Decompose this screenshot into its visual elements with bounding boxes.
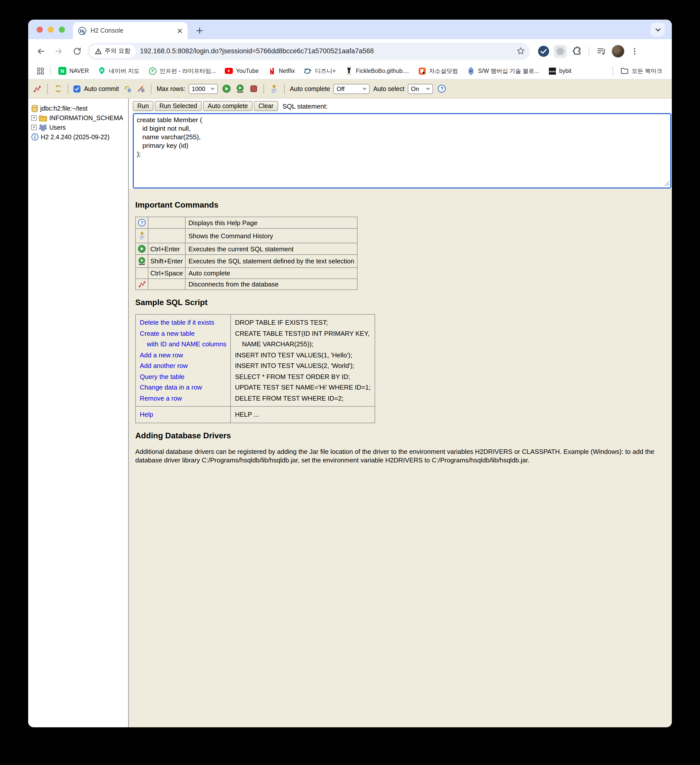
bookmark-disney-plus[interactable]: 디즈니+: [301, 65, 339, 76]
disney-plus-icon: [304, 67, 312, 75]
tab-h2-console[interactable]: H2 H2 Console: [73, 22, 188, 39]
max-rows-label: Max rows:: [157, 85, 185, 92]
apps-grid-icon[interactable]: [34, 65, 46, 77]
tree-item-label: INFORMATION_SCHEMA: [49, 114, 123, 121]
command-key: Shift+Enter: [148, 255, 185, 268]
tree-item-database[interactable]: jdbc:h2:file:~/test: [31, 104, 126, 113]
script-sql: DELETE FROM TEST WHERE ID=2;: [235, 393, 370, 404]
run-selected-button[interactable]: Run Selected: [155, 101, 202, 111]
bookmark-inflearn[interactable]: 인프런 - 라이프타임...: [145, 65, 219, 76]
run-selected-icon[interactable]: [235, 84, 245, 94]
tree-item-information-schema[interactable]: + INFORMATION_SCHEMA: [31, 113, 126, 123]
max-rows-select[interactable]: 1000: [189, 84, 218, 94]
profile-avatar[interactable]: [612, 44, 624, 58]
script-link[interactable]: Create a new table: [140, 328, 226, 339]
history-icon: [136, 228, 148, 243]
folder-icon: [39, 114, 47, 121]
help-icon: ?: [136, 217, 148, 228]
history-icon[interactable]: [269, 84, 279, 94]
auto-select-select[interactable]: On: [408, 84, 433, 94]
refresh-icon[interactable]: [53, 84, 63, 94]
bookmark-jasoseol[interactable]: 자소설닷컴: [415, 65, 461, 76]
sample-sql-script-table: Delete the table if it exists Create a n…: [135, 314, 375, 423]
script-sql: HELP ...: [235, 409, 370, 420]
run-selected-icon: [136, 255, 148, 268]
run-icon[interactable]: [222, 84, 232, 94]
rollback-icon[interactable]: [136, 84, 146, 94]
query-toolbar: Run Run Selected Auto complete Clear SQL…: [133, 101, 672, 112]
toolbar-separator: [68, 84, 68, 94]
max-rows-value: 1000: [192, 85, 205, 92]
script-sql: CREATE TABLE TEST(ID INT PRIMARY KEY,: [235, 328, 370, 339]
bookmark-naver[interactable]: N NAVER: [55, 65, 93, 76]
extensions-puzzle-icon[interactable]: [570, 44, 583, 58]
drivers-paragraph: Additional database drivers can be regis…: [135, 447, 665, 464]
script-link[interactable]: with ID and NAME columns: [147, 339, 226, 349]
auto-complete-select[interactable]: Off: [334, 84, 370, 94]
cancel-icon[interactable]: [249, 84, 259, 94]
bybit-icon: BYBIT: [548, 67, 556, 75]
address-bar[interactable]: 주의 요함 192.168.0.5:8082/login.do?jsession…: [87, 42, 530, 60]
table-row: Delete the table if it exists Create a n…: [136, 315, 375, 406]
help-link[interactable]: Help: [140, 409, 226, 420]
script-help-link-cell: Help: [136, 406, 230, 423]
auto-commit-checkbox[interactable]: [73, 85, 80, 92]
auto-complete-button[interactable]: Auto complete: [203, 101, 252, 111]
bookmark-star-icon[interactable]: [516, 47, 525, 55]
svg-text:BYBIT: BYBIT: [549, 70, 556, 72]
security-chip-label: 주의 요함: [105, 47, 131, 55]
forward-button[interactable]: [51, 44, 66, 58]
script-link[interactable]: Delete the table if it exists: [140, 317, 226, 328]
tree-item-h2-version[interactable]: H2 2.4.240 (2025-09-22): [31, 132, 126, 142]
help-icon[interactable]: ?: [437, 84, 446, 94]
h2-toolbar: Auto commit Max rows: 1000: [28, 79, 672, 99]
checkmark-extension-icon[interactable]: [537, 44, 550, 58]
browser-navbar: 주의 요함 192.168.0.5:8082/login.do?jsession…: [28, 39, 672, 63]
kebab-menu-icon[interactable]: [628, 44, 641, 58]
clear-button[interactable]: Clear: [254, 101, 278, 111]
disconnect-icon[interactable]: [32, 84, 42, 94]
toolbar-separator: [284, 84, 285, 94]
expand-plus-icon[interactable]: +: [31, 115, 37, 121]
svg-text:?: ?: [440, 86, 443, 91]
sql-statement-textarea[interactable]: create table Member ( id bigint not null…: [133, 113, 671, 189]
table-row: Ctrl+Space Auto complete: [136, 268, 358, 279]
script-link[interactable]: Remove a row: [140, 393, 226, 404]
script-link[interactable]: Change data in a row: [140, 382, 226, 393]
jasoseol-icon: [418, 67, 426, 75]
commit-icon[interactable]: [123, 84, 132, 94]
url-text[interactable]: 192.168.0.5:8082/login.do?jsessionid=576…: [140, 47, 512, 55]
tab-close-icon[interactable]: [177, 28, 183, 33]
close-window-button[interactable]: [37, 27, 43, 33]
table-row: Help HELP ...: [136, 406, 375, 423]
bookmark-bybit[interactable]: BYBIT bybit: [545, 65, 575, 76]
bookmarks-bar: N NAVER N 네이버 지도 인프런 - 라이프타임... YouTube: [28, 63, 672, 79]
bookmark-youtube[interactable]: YouTube: [222, 65, 262, 76]
tab-search-chevron-button[interactable]: [651, 23, 665, 37]
minimize-window-button[interactable]: [48, 27, 54, 33]
bookmark-label: FickleBoBo.github....: [356, 68, 409, 74]
all-bookmarks-button[interactable]: 모든 북마크: [617, 65, 666, 76]
bookmark-netflix[interactable]: Netflix: [264, 65, 298, 76]
zoom-window-button[interactable]: [59, 27, 65, 33]
naver-icon: N: [58, 67, 66, 75]
table-row: ? Displays this Help Page: [136, 217, 358, 228]
media-controls-icon[interactable]: [595, 44, 608, 58]
site-security-chip[interactable]: 주의 요함: [90, 44, 136, 58]
tree-item-label: H2 2.4.240 (2025-09-22): [41, 134, 110, 140]
back-button[interactable]: [33, 44, 48, 58]
script-link[interactable]: Add a new row: [140, 349, 226, 360]
reload-button[interactable]: [69, 44, 85, 58]
expand-plus-icon[interactable]: +: [31, 124, 37, 130]
script-link[interactable]: Query the table: [140, 371, 226, 382]
script-help-sql-cell: HELP ...: [230, 406, 375, 423]
run-button[interactable]: Run: [133, 101, 153, 111]
script-link[interactable]: Add another row: [140, 360, 226, 371]
bookmark-ficklebobo-github[interactable]: FickleBoBo.github....: [341, 65, 412, 76]
new-tab-button[interactable]: [192, 24, 207, 38]
bookmark-sw-membership-blog[interactable]: S/W 멤버십 기술 블로...: [464, 65, 542, 76]
command-desc: Executes the SQL statement defined by th…: [185, 255, 358, 268]
tree-item-users[interactable]: + Users: [31, 123, 126, 132]
react-extension-icon[interactable]: [554, 44, 567, 58]
bookmark-naver-map[interactable]: N 네이버 지도: [95, 65, 143, 76]
